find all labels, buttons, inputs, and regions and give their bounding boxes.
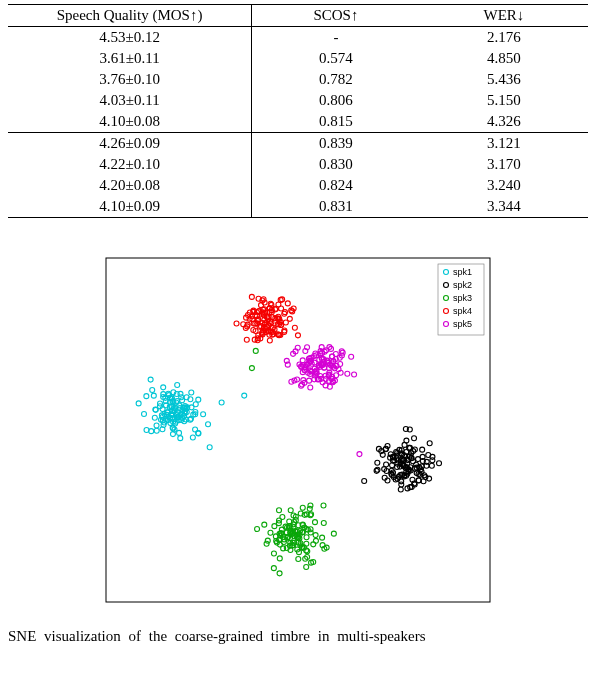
- legend: spk1spk2spk3spk4spk5: [438, 264, 484, 335]
- cell-mos: 4.20±0.08: [8, 175, 252, 196]
- cell-scos: 0.815: [252, 111, 420, 133]
- header-wer: WER↓: [420, 5, 588, 27]
- cell-scos: 0.824: [252, 175, 420, 196]
- cell-wer: 3.344: [420, 196, 588, 218]
- cell-wer: 5.436: [420, 69, 588, 90]
- table-header-row: Speech Quality (MOS↑) SCOS↑ WER↓: [8, 5, 588, 27]
- cell-mos: 4.53±0.12: [8, 27, 252, 49]
- cell-mos: 4.10±0.09: [8, 196, 252, 218]
- header-mos: Speech Quality (MOS↑): [8, 5, 252, 27]
- cell-wer: 3.240: [420, 175, 588, 196]
- table-row: 3.61±0.110.5744.850: [8, 48, 588, 69]
- figure-caption: SNE visualization of the coarse-grained …: [8, 628, 588, 645]
- cell-mos: 3.61±0.11: [8, 48, 252, 69]
- cell-wer: 3.170: [420, 154, 588, 175]
- cell-wer: 4.326: [420, 111, 588, 133]
- results-table: Speech Quality (MOS↑) SCOS↑ WER↓ 4.53±0.…: [8, 4, 588, 218]
- table-row: 4.10±0.090.8313.344: [8, 196, 588, 218]
- cell-scos: 0.839: [252, 133, 420, 155]
- cell-mos: 4.22±0.10: [8, 154, 252, 175]
- cell-mos: 4.03±0.11: [8, 90, 252, 111]
- svg-text:spk5: spk5: [453, 319, 472, 329]
- svg-text:spk4: spk4: [453, 306, 472, 316]
- table-row: 3.76±0.100.7825.436: [8, 69, 588, 90]
- table-row: 4.53±0.12-2.176: [8, 27, 588, 49]
- cell-scos: 0.782: [252, 69, 420, 90]
- table-row: 4.03±0.110.8065.150: [8, 90, 588, 111]
- cell-mos: 4.26±0.09: [8, 133, 252, 155]
- cell-wer: 5.150: [420, 90, 588, 111]
- cell-scos: 0.806: [252, 90, 420, 111]
- svg-text:spk1: spk1: [453, 267, 472, 277]
- cell-wer: 2.176: [420, 27, 588, 49]
- svg-text:spk3: spk3: [453, 293, 472, 303]
- cell-mos: 4.10±0.08: [8, 111, 252, 133]
- cell-scos: -: [252, 27, 420, 49]
- table-row: 4.22±0.100.8303.170: [8, 154, 588, 175]
- table-row: 4.10±0.080.8154.326: [8, 111, 588, 133]
- cell-scos: 0.830: [252, 154, 420, 175]
- cell-scos: 0.574: [252, 48, 420, 69]
- svg-text:spk2: spk2: [453, 280, 472, 290]
- header-scos: SCOS↑: [252, 5, 420, 27]
- table-row: 4.26±0.090.8393.121: [8, 133, 588, 155]
- table-row: 4.20±0.080.8243.240: [8, 175, 588, 196]
- cell-wer: 4.850: [420, 48, 588, 69]
- tsne-scatter-chart: spk1spk2spk3spk4spk5: [8, 240, 588, 620]
- scatter-plot-svg: spk1spk2spk3spk4spk5: [88, 240, 508, 620]
- cell-scos: 0.831: [252, 196, 420, 218]
- cell-wer: 3.121: [420, 133, 588, 155]
- cell-mos: 3.76±0.10: [8, 69, 252, 90]
